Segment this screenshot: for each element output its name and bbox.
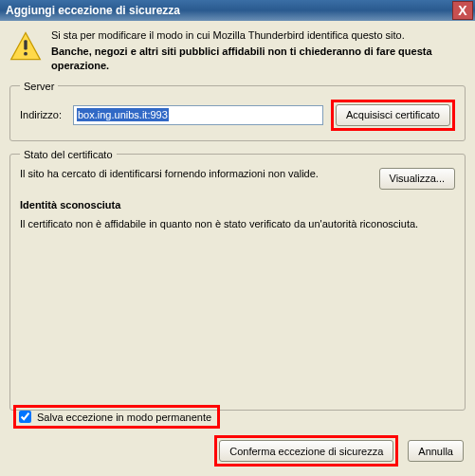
close-icon: X — [458, 3, 466, 18]
permanent-checkbox[interactable] — [19, 411, 31, 423]
view-certificate-button[interactable]: Visualizza... — [379, 168, 456, 190]
address-input-wrap: box.ing.unibs.it:993 — [73, 105, 323, 125]
address-input[interactable] — [73, 105, 323, 125]
permanent-label: Salva eccezione in modo permanente — [37, 412, 211, 423]
confirm-button[interactable]: Conferma eccezione di sicurezza — [219, 440, 393, 462]
cert-desc: Il sito ha cercato di identificarsi forn… — [20, 168, 370, 179]
cert-top-row: Il sito ha cercato di identificarsi forn… — [20, 168, 455, 190]
intro-line2: Banche, negozi e altri siti pubblici aff… — [51, 45, 466, 73]
server-fieldset: Server Indirizzo: box.ing.unibs.it:993 A… — [9, 81, 466, 141]
intro-section: Si sta per modificare il modo in cui Moz… — [9, 28, 466, 73]
intro-line1: Si sta per modificare il modo in cui Moz… — [51, 28, 466, 43]
window-title: Aggiungi eccezione di sicurezza — [6, 4, 180, 17]
cancel-button[interactable]: Annulla — [408, 440, 464, 462]
warning-icon — [9, 30, 42, 63]
close-button[interactable]: X — [452, 1, 473, 20]
highlight-permanent: Salva eccezione in modo permanente — [13, 405, 220, 429]
identity-desc: Il certificato non è affidabile in quant… — [20, 218, 455, 229]
intro-text: Si sta per modificare il modo in cui Moz… — [51, 28, 466, 73]
identity-title: Identità sconosciuta — [20, 199, 455, 211]
get-certificate-button[interactable]: Acquisisci certificato — [336, 104, 450, 126]
permanent-label-wrap[interactable]: Salva eccezione in modo permanente — [19, 411, 211, 423]
svg-point-2 — [24, 52, 27, 56]
highlight-get-cert: Acquisisci certificato — [331, 100, 455, 131]
dialog-content: Si sta per modificare il modo in cui Moz… — [0, 21, 475, 476]
highlight-confirm: Conferma eccezione di sicurezza — [214, 435, 398, 467]
address-label: Indirizzo: — [20, 109, 65, 120]
cert-legend: Stato del certificato — [20, 149, 117, 160]
titlebar: Aggiungi eccezione di sicurezza X — [0, 0, 475, 21]
server-legend: Server — [20, 81, 58, 92]
server-row: Indirizzo: box.ing.unibs.it:993 Acquisis… — [20, 100, 455, 131]
cert-fieldset: Stato del certificato Il sito ha cercato… — [9, 149, 466, 411]
permanent-row: Salva eccezione in modo permanente — [13, 405, 220, 429]
footer: Conferma eccezione di sicurezza Annulla — [214, 435, 464, 467]
svg-rect-1 — [24, 40, 27, 49]
